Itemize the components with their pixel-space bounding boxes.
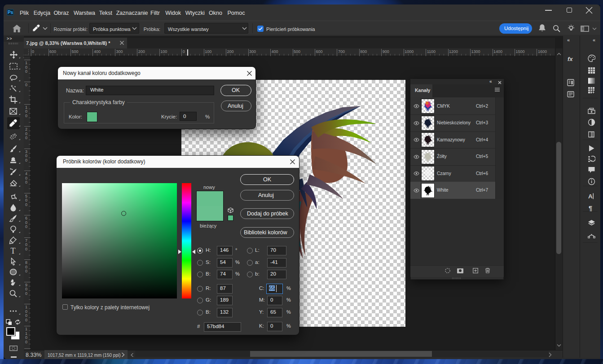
svg-text:A: A: [588, 193, 593, 200]
svg-text:T: T: [11, 247, 16, 255]
svg-text:¶: ¶: [589, 205, 592, 212]
